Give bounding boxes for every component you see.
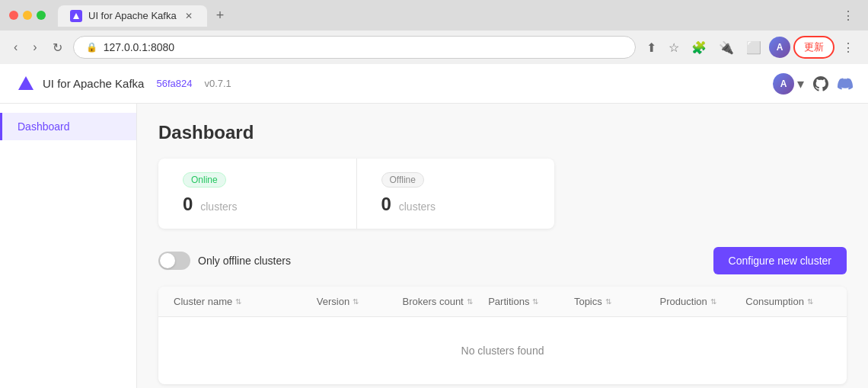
col-consumption[interactable]: Consumption ⇅: [745, 296, 831, 307]
sort-icon-topics: ⇅: [605, 297, 611, 306]
browser-tabs: UI for Apache Kafka ✕ +: [58, 5, 442, 27]
offline-count-row: 0 clusters: [381, 194, 531, 215]
discord-button[interactable]: [838, 76, 853, 91]
tab-favicon: [70, 10, 82, 22]
user-avatar[interactable]: A: [769, 37, 790, 58]
col-partitions[interactable]: Partitions ⇅: [488, 296, 574, 307]
forward-button[interactable]: ›: [28, 37, 41, 57]
offline-stat-card: Offline 0 clusters: [357, 159, 555, 229]
toggle-knob: [160, 253, 175, 268]
browser-menu-button[interactable]: ⋮: [838, 5, 859, 26]
sort-icon-version: ⇅: [353, 297, 359, 306]
extensions-button[interactable]: 🧩: [687, 37, 711, 58]
chevron-down-icon: ▾: [797, 75, 804, 92]
github-button[interactable]: [813, 76, 828, 91]
sidebar: Dashboard: [0, 104, 137, 388]
address-lock-icon: 🔒: [86, 42, 97, 53]
window-button[interactable]: ⬜: [742, 37, 766, 58]
stats-cards: Online 0 clusters Offline 0 clusters: [158, 159, 554, 229]
toolbar-actions: ⬆ ☆ 🧩 🔌 ⬜ A 更新 ⋮: [642, 36, 859, 59]
update-button[interactable]: 更新: [793, 36, 834, 59]
address-bar[interactable]: 🔒 127.0.0.1:8080: [73, 36, 636, 59]
toggle-wrapper: Only offline clusters: [158, 252, 291, 270]
main-content: Dashboard Online 0 clusters Offline 0 cl…: [137, 104, 868, 388]
sidebar-item-dashboard[interactable]: Dashboard: [0, 113, 136, 140]
back-button[interactable]: ‹: [9, 37, 22, 57]
close-dot: [9, 11, 18, 20]
cluster-table: Cluster name ⇅ Version ⇅ Brokers count ⇅…: [158, 287, 847, 384]
maximize-dot: [37, 11, 46, 20]
col-topics[interactable]: Topics ⇅: [574, 296, 660, 307]
offline-label: clusters: [399, 200, 436, 213]
app-body: Dashboard Dashboard Online 0 clusters Of…: [0, 104, 868, 388]
app-logo: UI for Apache Kafka: [15, 73, 144, 95]
reload-button[interactable]: ↻: [48, 37, 67, 58]
sort-icon-partitions: ⇅: [532, 297, 538, 306]
app-name: UI for Apache Kafka: [43, 77, 144, 90]
col-version[interactable]: Version ⇅: [317, 296, 403, 307]
table-header: Cluster name ⇅ Version ⇅ Brokers count ⇅…: [158, 287, 847, 317]
table-empty-message: No clusters found: [158, 317, 847, 384]
sort-icon-consumption: ⇅: [807, 297, 813, 306]
sidebar-item-label: Dashboard: [18, 120, 70, 133]
svg-marker-1: [18, 76, 34, 90]
col-brokers-count[interactable]: Brokers count ⇅: [403, 296, 489, 307]
offline-badge: Offline: [381, 172, 424, 188]
online-count: 0: [183, 194, 193, 214]
page-title: Dashboard: [158, 122, 847, 143]
online-badge: Online: [183, 172, 226, 188]
more-button[interactable]: ⋮: [838, 37, 859, 58]
version-link[interactable]: 56fa824: [156, 78, 192, 89]
col-production[interactable]: Production ⇅: [660, 296, 746, 307]
online-count-row: 0 clusters: [183, 194, 332, 215]
app-logo-icon: [15, 73, 37, 95]
col-cluster-name[interactable]: Cluster name ⇅: [174, 296, 317, 307]
tab-title: UI for Apache Kafka: [88, 10, 177, 21]
header-user-avatar: A: [773, 73, 794, 95]
app-header: UI for Apache Kafka 56fa824 v0.7.1 A ▾: [0, 64, 868, 104]
sort-icon-cluster-name: ⇅: [235, 297, 241, 306]
online-stat-card: Online 0 clusters: [158, 159, 357, 229]
version-text: v0.7.1: [204, 78, 231, 89]
address-url: 127.0.0.1:8080: [104, 41, 174, 53]
controls-row: Only offline clusters Configure new clus…: [158, 247, 847, 274]
user-menu-button[interactable]: A ▾: [773, 73, 804, 95]
new-tab-button[interactable]: +: [210, 5, 231, 27]
tab-close-button[interactable]: ✕: [183, 10, 195, 22]
svg-marker-0: [73, 13, 79, 19]
online-label: clusters: [200, 200, 237, 213]
offline-toggle[interactable]: [158, 252, 190, 270]
bookmark-button[interactable]: ☆: [664, 37, 684, 58]
sort-icon-brokers: ⇅: [467, 297, 473, 306]
puzzle-button[interactable]: 🔌: [714, 37, 739, 58]
minimize-dot: [23, 11, 32, 20]
configure-new-cluster-button[interactable]: Configure new cluster: [713, 247, 847, 274]
sort-icon-production: ⇅: [710, 297, 716, 306]
share-button[interactable]: ⬆: [642, 37, 661, 58]
offline-count: 0: [381, 194, 391, 214]
header-right: A ▾: [773, 73, 853, 95]
toggle-label: Only offline clusters: [198, 255, 291, 267]
active-tab[interactable]: UI for Apache Kafka ✕: [58, 5, 207, 27]
window-controls: [9, 11, 46, 20]
